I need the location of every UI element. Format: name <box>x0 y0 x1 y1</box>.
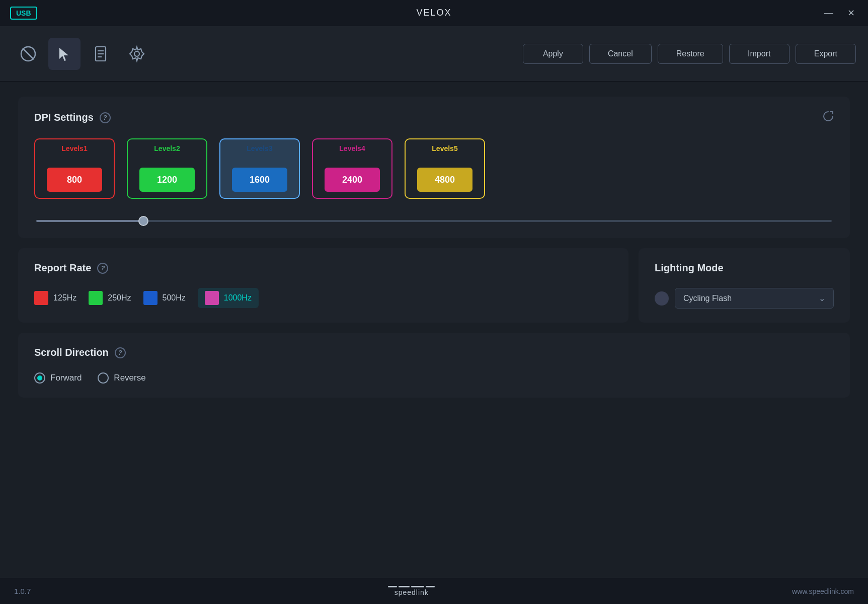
lighting-dropdown: Cycling Flash ⌄ <box>655 288 834 309</box>
document-icon <box>92 45 110 63</box>
minimize-button[interactable]: — <box>821 7 836 19</box>
dpi-level-3[interactable]: Levels3 1600 <box>219 138 300 199</box>
toolbar-icons <box>12 38 523 70</box>
rate-125hz[interactable]: 125Hz <box>34 291 76 305</box>
no-icon <box>19 45 37 63</box>
export-button[interactable]: Export <box>796 44 856 64</box>
dpi-level-5[interactable]: Levels5 4800 <box>405 138 485 199</box>
dpi-level-4-label: Levels4 <box>339 144 365 153</box>
rate-250hz-color <box>89 291 103 305</box>
cursor-button[interactable] <box>48 38 81 70</box>
dpi-level-2[interactable]: Levels2 1200 <box>127 138 207 199</box>
dpi-level-3-label: Levels3 <box>247 144 272 153</box>
close-button[interactable]: ✕ <box>844 7 858 20</box>
rate-250hz-label: 250Hz <box>108 293 131 303</box>
dpi-level-2-value: 1200 <box>139 168 195 192</box>
scroll-forward-label: Forward <box>50 373 82 383</box>
rate-125hz-label: 125Hz <box>53 293 76 303</box>
rate-1000hz[interactable]: 1000Hz <box>198 288 259 308</box>
scroll-reverse[interactable]: Reverse <box>98 372 145 384</box>
dpi-level-2-label: Levels2 <box>154 144 180 153</box>
lighting-title: Lighting Mode <box>655 262 724 274</box>
report-rate-header: Report Rate ? <box>34 262 612 274</box>
rate-1000hz-label: 1000Hz <box>224 293 252 303</box>
rate-250hz[interactable]: 250Hz <box>89 291 131 305</box>
dpi-reset-icon[interactable] <box>823 111 834 124</box>
line-4 <box>426 586 435 587</box>
scroll-reverse-label: Reverse <box>114 373 145 383</box>
footer-logo: speedlink <box>388 586 435 596</box>
dpi-level-5-label: Levels5 <box>432 144 457 153</box>
lighting-select[interactable]: Cycling Flash ⌄ <box>675 288 834 309</box>
main-content: DPI Settings ? Levels1 800 Levels2 1200 <box>0 82 868 578</box>
speedlink-lines <box>388 586 435 587</box>
dpi-levels: Levels1 800 Levels2 1200 Levels3 1600 Le… <box>34 138 834 199</box>
line-2 <box>399 586 410 587</box>
lighting-color-dot <box>655 291 669 306</box>
document-button[interactable] <box>85 38 117 70</box>
radio-forward-outer <box>34 372 45 384</box>
line-3 <box>411 586 424 587</box>
website-url: www.speedlink.com <box>792 587 854 595</box>
rate-500hz-label: 500Hz <box>163 293 186 303</box>
report-rate-title: Report Rate <box>34 262 91 274</box>
scroll-header: Scroll Direction ? <box>34 347 834 358</box>
app-title: VELOX <box>416 8 451 18</box>
dpi-slider[interactable] <box>36 220 832 222</box>
dpi-level-3-value: 1600 <box>232 168 287 192</box>
dpi-panel-header: DPI Settings ? <box>34 111 834 124</box>
cancel-button[interactable]: Cancel <box>589 44 652 64</box>
title-bar-left: USB <box>10 7 37 20</box>
rate-500hz-color <box>143 291 157 305</box>
scroll-help-icon[interactable]: ? <box>115 347 126 358</box>
radio-reverse-outer <box>98 372 109 384</box>
scroll-options: Forward Reverse <box>34 372 834 384</box>
usb-badge[interactable]: USB <box>10 7 37 20</box>
svg-point-6 <box>134 51 139 56</box>
cursor-icon <box>55 45 73 63</box>
dpi-panel: DPI Settings ? Levels1 800 Levels2 1200 <box>18 97 850 238</box>
rate-500hz[interactable]: 500Hz <box>143 291 186 305</box>
bottom-panels: Report Rate ? 125Hz 250Hz 500Hz <box>18 248 850 323</box>
apply-button[interactable]: Apply <box>523 44 583 64</box>
rate-125hz-color <box>34 291 48 305</box>
lighting-panel: Lighting Mode Cycling Flash ⌄ <box>639 248 850 323</box>
chevron-down-icon: ⌄ <box>819 293 825 303</box>
dpi-slider-container <box>34 215 834 224</box>
dpi-level-1-label: Levels1 <box>61 144 87 153</box>
lighting-header: Lighting Mode <box>655 262 834 274</box>
dpi-level-1-value: 800 <box>47 168 102 192</box>
dpi-level-4-value: 2400 <box>325 168 380 192</box>
svg-line-1 <box>23 48 34 59</box>
scroll-forward[interactable]: Forward <box>34 372 82 384</box>
no-icon-button[interactable] <box>12 38 44 70</box>
title-bar-right: — ✕ <box>821 7 858 20</box>
rate-1000hz-color <box>205 291 219 305</box>
dpi-help-icon[interactable]: ? <box>100 112 111 123</box>
settings-button[interactable] <box>121 38 153 70</box>
toolbar: Apply Cancel Restore Import Export <box>0 26 868 82</box>
import-button[interactable]: Import <box>729 44 790 64</box>
dpi-title: DPI Settings <box>34 112 94 123</box>
settings-icon <box>128 45 146 63</box>
lighting-mode-label: Cycling Flash <box>683 294 732 303</box>
scroll-panel: Scroll Direction ? Forward Reverse <box>18 333 850 398</box>
rate-options: 125Hz 250Hz 500Hz 1000Hz <box>34 288 612 308</box>
radio-forward-inner <box>37 375 42 381</box>
footer: 1.0.7 speedlink www.speedlink.com <box>0 578 868 604</box>
dpi-level-5-value: 4800 <box>417 168 472 192</box>
dpi-level-4[interactable]: Levels4 2400 <box>312 138 392 199</box>
version-label: 1.0.7 <box>14 587 31 595</box>
report-rate-help-icon[interactable]: ? <box>97 263 108 274</box>
restore-button[interactable]: Restore <box>658 44 723 64</box>
toolbar-actions: Apply Cancel Restore Import Export <box>523 44 856 64</box>
line-1 <box>388 586 397 587</box>
title-bar: USB VELOX — ✕ <box>0 0 868 26</box>
dpi-level-1[interactable]: Levels1 800 <box>34 138 115 199</box>
report-rate-panel: Report Rate ? 125Hz 250Hz 500Hz <box>18 248 628 323</box>
scroll-title: Scroll Direction <box>34 347 109 358</box>
brand-label: speedlink <box>394 588 429 596</box>
